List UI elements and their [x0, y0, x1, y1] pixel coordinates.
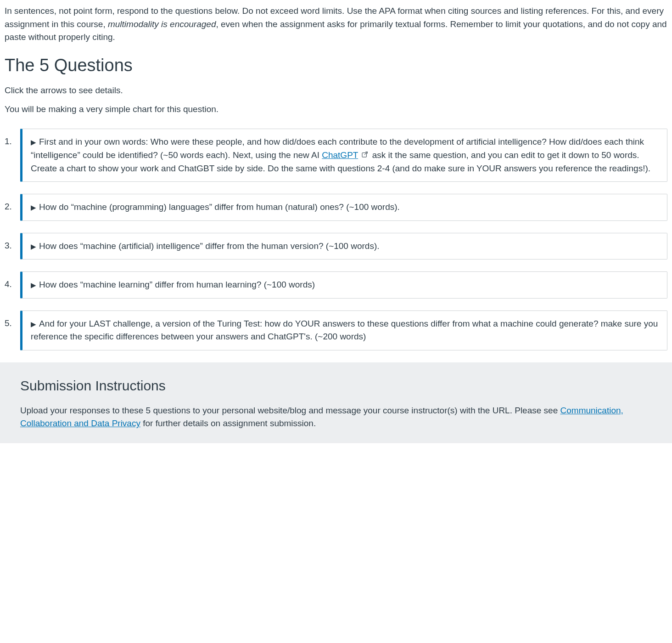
arrow-right-icon: ▶: [31, 137, 36, 148]
subtext-click-arrows: Click the arrows to see details.: [5, 84, 667, 97]
intro-emphasis: multimodality is encouraged: [108, 19, 216, 29]
question-details-2[interactable]: ▶How do “machine (programming) languages…: [31, 201, 659, 214]
submission-instructions-block: Submission Instructions Upload your resp…: [0, 362, 672, 443]
question-summary-4[interactable]: ▶How does “machine learning” differ from…: [31, 280, 315, 289]
question-summary-1[interactable]: ▶First and in your own words: Who were t…: [31, 137, 650, 173]
submission-paragraph: Upload your responses to these 5 questio…: [20, 404, 652, 430]
question-item-3: ▶How does “machine (artificial) intellig…: [20, 233, 667, 260]
question-details-1[interactable]: ▶First and in your own words: Who were t…: [31, 135, 659, 175]
section-heading: The 5 Questions: [5, 55, 667, 76]
question-summary-3[interactable]: ▶How does “machine (artificial) intellig…: [31, 241, 380, 251]
subtext-chart-note: You will be making a very simple chart f…: [5, 103, 667, 116]
question-summary-5[interactable]: ▶And for your LAST challenge, a version …: [31, 319, 658, 342]
question-4-text: How does “machine learning” differ from …: [39, 280, 315, 289]
question-box-2: ▶How do “machine (programming) languages…: [20, 194, 667, 221]
question-item-4: ▶How does “machine learning” differ from…: [20, 271, 667, 299]
arrow-right-icon: ▶: [31, 319, 36, 330]
question-details-5[interactable]: ▶And for your LAST challenge, a version …: [31, 317, 659, 344]
question-item-1: ▶First and in your own words: Who were t…: [20, 129, 667, 182]
question-item-5: ▶And for your LAST challenge, a version …: [20, 310, 667, 350]
question-3-text: How does “machine (artificial) intellige…: [39, 241, 380, 251]
question-summary-2[interactable]: ▶How do “machine (programming) languages…: [31, 202, 400, 212]
question-box-1: ▶First and in your own words: Who were t…: [20, 129, 667, 182]
question-details-3[interactable]: ▶How does “machine (artificial) intellig…: [31, 240, 659, 253]
chatgpt-link[interactable]: ChatGPT: [322, 150, 358, 160]
question-box-5: ▶And for your LAST challenge, a version …: [20, 310, 667, 350]
question-box-4: ▶How does “machine learning” differ from…: [20, 271, 667, 299]
external-link-icon: [361, 149, 369, 162]
question-details-4[interactable]: ▶How does “machine learning” differ from…: [31, 278, 659, 292]
question-box-3: ▶How does “machine (artificial) intellig…: [20, 233, 667, 260]
arrow-right-icon: ▶: [31, 280, 36, 291]
arrow-right-icon: ▶: [31, 242, 36, 252]
submission-text-after: for further details on assignment submis…: [140, 418, 316, 428]
questions-list: ▶First and in your own words: Who were t…: [5, 129, 667, 350]
question-5-text: And for your LAST challenge, a version o…: [31, 319, 658, 342]
question-item-2: ▶How do “machine (programming) languages…: [20, 194, 667, 221]
submission-text-before: Upload your responses to these 5 questio…: [20, 406, 560, 415]
submission-heading: Submission Instructions: [20, 375, 652, 396]
question-2-text: How do “machine (programming) languages”…: [39, 202, 400, 212]
arrow-right-icon: ▶: [31, 203, 36, 213]
intro-paragraph: In sentences, not point form, respond to…: [5, 5, 667, 44]
